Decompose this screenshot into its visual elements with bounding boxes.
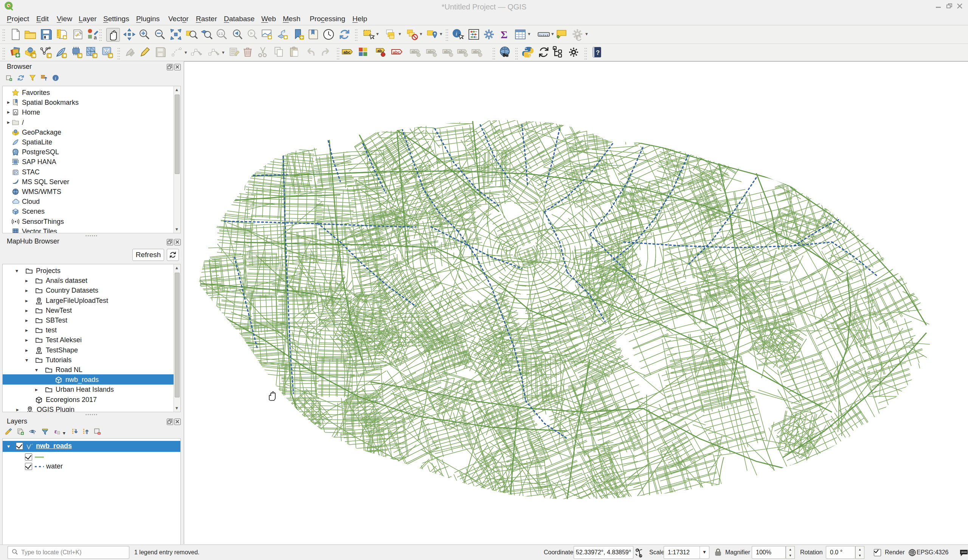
svg-text:abc: abc	[428, 50, 434, 54]
svg-text:a: a	[94, 35, 97, 40]
svg-text:✱: ✱	[33, 53, 36, 58]
svg-text:✱: ✱	[79, 53, 82, 58]
svg-text:i: i	[456, 31, 457, 36]
svg-text:abc: abc	[393, 50, 400, 55]
svg-text:abc: abc	[411, 50, 418, 54]
svg-text:✱: ✱	[48, 53, 51, 58]
svg-text:✱: ✱	[63, 53, 66, 58]
svg-text:i: i	[55, 76, 56, 81]
svg-text:abc: abc	[459, 50, 466, 54]
svg-text:abc: abc	[444, 50, 451, 54]
svg-text:1:1: 1:1	[218, 32, 223, 36]
svg-text:?: ?	[596, 50, 600, 56]
svg-text:✱: ✱	[94, 53, 97, 58]
svg-text:ab: ab	[377, 49, 382, 53]
svg-text:ε: ε	[55, 428, 57, 434]
svg-text:abc: abc	[343, 50, 351, 55]
svg-text:✱: ✱	[109, 53, 113, 58]
svg-text:abc: abc	[473, 50, 480, 54]
svg-text:Σ: Σ	[501, 29, 507, 40]
